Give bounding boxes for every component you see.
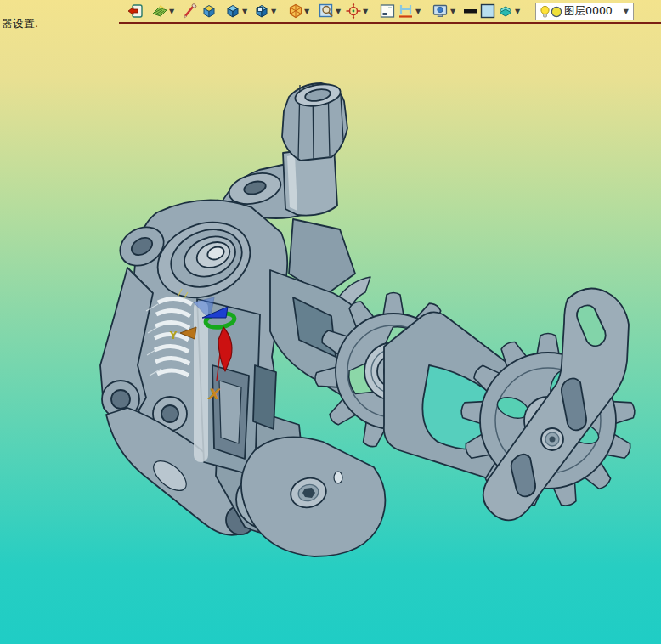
layer-color-swatch	[551, 6, 562, 18]
derailleur-model: Y X	[100, 81, 636, 556]
zoom-window-icon[interactable]	[318, 3, 335, 20]
shaded-edges-dropdown[interactable]: ▼	[271, 8, 279, 16]
barrel-adjuster-knob	[282, 81, 347, 215]
display-settings-dropdown[interactable]: ▼	[450, 8, 458, 16]
zoom-dropdown[interactable]: ▼	[336, 8, 343, 16]
layer-combo-arrow-icon[interactable]: ▼	[624, 8, 629, 15]
render-mode-dropdown[interactable]: ▼	[169, 8, 177, 16]
window-display-icon[interactable]	[379, 3, 396, 20]
wireframe-dropdown[interactable]: ▼	[304, 8, 312, 16]
color-swatch-icon[interactable]	[479, 3, 496, 20]
render-mode-icon[interactable]	[151, 3, 168, 20]
dimension-dropdown[interactable]: ▼	[415, 8, 423, 16]
wireframe-view-icon[interactable]	[287, 3, 304, 20]
bulb-icon	[540, 5, 551, 19]
cage-pivot-blob	[241, 437, 386, 556]
pan-dropdown[interactable]: ▼	[363, 8, 370, 16]
isometric-view-icon[interactable]	[201, 3, 218, 20]
shaded-view-icon[interactable]	[224, 3, 241, 20]
pan-icon[interactable]	[345, 3, 362, 20]
layers-icon[interactable]	[497, 3, 514, 20]
shaded-edges-view-icon[interactable]	[253, 3, 270, 20]
shaded-view-dropdown[interactable]: ▼	[242, 8, 250, 16]
exit-icon[interactable]	[127, 3, 144, 20]
dimension-icon[interactable]	[398, 3, 415, 20]
display-settings-icon[interactable]	[432, 3, 449, 20]
layer-name-label: 图层0000	[564, 4, 613, 19]
line-width-icon[interactable]	[462, 3, 479, 20]
layer-combobox[interactable]: 图层0000 ▼	[535, 3, 634, 20]
sketch-pen-icon[interactable]	[182, 3, 199, 20]
status-prompt-text: 器设置.	[2, 17, 38, 31]
axis-label-y: Y	[169, 330, 178, 342]
viewport-canvas[interactable]: Y X	[0, 0, 661, 644]
main-toolbar: ▼ ▼ ▼ ▼ ▼ ▼	[0, 0, 661, 24]
layers-dropdown[interactable]: ▼	[515, 8, 523, 16]
